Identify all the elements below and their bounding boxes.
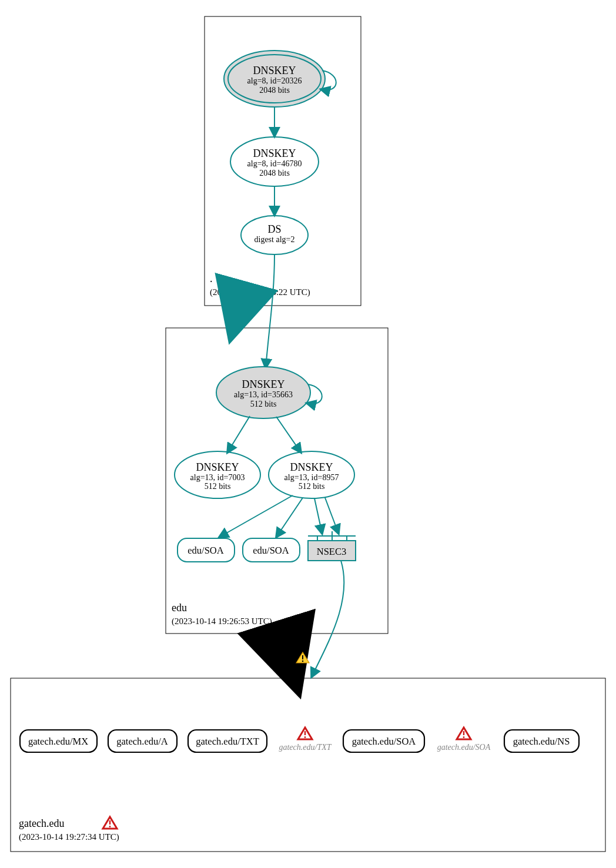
edge-zsk2-soa2: [276, 498, 303, 537]
rr-txt: gatech.edu/TXT: [188, 730, 267, 752]
node-edu-soa1: edu/SOA: [178, 538, 235, 562]
svg-rect-36: [11, 678, 605, 852]
svg-text:DNSKEY: DNSKEY: [290, 461, 333, 473]
svg-text:2048 bits: 2048 bits: [259, 169, 290, 177]
zone-gatech-label: gatech.edu: [19, 817, 64, 829]
svg-point-53: [463, 736, 465, 738]
edge-zsk2-nsec3b: [325, 498, 339, 534]
svg-text:2048 bits: 2048 bits: [259, 86, 290, 95]
svg-text:edu/SOA: edu/SOA: [188, 545, 224, 556]
zone-gatech: gatech.edu (2023-10-14 19:27:34 UTC): [11, 678, 605, 852]
svg-text:edu/SOA: edu/SOA: [253, 545, 289, 556]
svg-text:gatech.edu/NS: gatech.edu/NS: [513, 736, 570, 747]
svg-text:gatech.edu/MX: gatech.edu/MX: [28, 736, 88, 747]
svg-text:alg=13, id=8957: alg=13, id=8957: [284, 473, 339, 482]
svg-text:DS: DS: [267, 223, 281, 235]
svg-text:512 bits: 512 bits: [250, 400, 277, 408]
node-edu-zsk2: DNSKEY alg=13, id=8957 512 bits: [269, 451, 354, 498]
zone-root-label: .: [210, 273, 213, 284]
svg-text:gatech.edu/SOA: gatech.edu/SOA: [352, 736, 416, 747]
svg-text:512 bits: 512 bits: [205, 482, 231, 491]
zone-root-ts: (2023-10-14 15:44:22 UTC): [210, 287, 310, 297]
edge-eduksk-zsk1: [227, 416, 250, 453]
node-root-ksk: DNSKEY alg=8, id=20326 2048 bits: [224, 51, 325, 107]
rr-mx: gatech.edu/MX: [20, 730, 97, 752]
error-icon: [298, 728, 312, 739]
zone-gatech-ts: (2023-10-14 19:27:34 UTC): [19, 832, 119, 842]
node-root-ds: DS digest alg=2: [241, 216, 308, 254]
svg-text:DNSKEY: DNSKEY: [253, 148, 296, 159]
edge-edu-gatech-delegation: [279, 634, 294, 677]
svg-point-38: [109, 826, 111, 827]
svg-text:alg=13, id=35663: alg=13, id=35663: [234, 390, 293, 399]
rr-soa: gatech.edu/SOA: [343, 730, 424, 752]
svg-text:gatech.edu/A: gatech.edu/A: [116, 736, 168, 747]
svg-text:digest alg=2: digest alg=2: [255, 235, 295, 244]
rr-a: gatech.edu/A: [108, 730, 177, 752]
svg-text:DNSKEY: DNSKEY: [242, 378, 284, 390]
svg-text:alg=13, id=7003: alg=13, id=7003: [190, 473, 245, 482]
node-nsec3: NSEC3: [308, 531, 356, 561]
svg-text:gatech.edu/SOA: gatech.edu/SOA: [437, 743, 491, 752]
error-icon: [457, 728, 471, 739]
node-root-zsk: DNSKEY alg=8, id=46780 2048 bits: [230, 137, 319, 186]
warning-icon: [296, 652, 309, 663]
svg-text:NSEC3: NSEC3: [317, 546, 346, 557]
edge-eduksk-zsk2: [276, 417, 301, 453]
svg-text:gatech.edu/TXT: gatech.edu/TXT: [196, 736, 259, 747]
node-edu-ksk: DNSKEY alg=13, id=35663 512 bits: [216, 367, 310, 418]
edge-ds-eduksk: [266, 254, 274, 368]
node-edu-zsk1: DNSKEY alg=13, id=7003 512 bits: [175, 451, 260, 498]
edge-nsec3-gatech: [312, 561, 344, 677]
rr-ns: gatech.edu/NS: [504, 730, 579, 752]
svg-text:gatech.edu/TXT: gatech.edu/TXT: [279, 743, 332, 752]
rr-soa-error: gatech.edu/SOA: [437, 728, 491, 752]
svg-text:alg=8, id=20326: alg=8, id=20326: [247, 76, 302, 85]
svg-text:DNSKEY: DNSKEY: [253, 65, 296, 76]
svg-point-48: [304, 736, 306, 738]
svg-text:alg=8, id=46780: alg=8, id=46780: [247, 159, 302, 168]
node-edu-soa2: edu/SOA: [243, 538, 300, 562]
svg-text:512 bits: 512 bits: [299, 482, 325, 491]
edge-root-edu-delegation: [234, 306, 240, 327]
svg-text:DNSKEY: DNSKEY: [196, 461, 239, 473]
rr-txt-error: gatech.edu/TXT: [279, 728, 332, 752]
edge-zsk2-soa1: [219, 495, 293, 537]
zone-edu-ts: (2023-10-14 19:26:53 UTC): [172, 616, 272, 626]
svg-point-40: [302, 661, 304, 662]
zone-edu-label: edu: [172, 602, 187, 614]
error-icon: [103, 817, 117, 829]
edge-zsk2-nsec3a: [314, 498, 322, 534]
